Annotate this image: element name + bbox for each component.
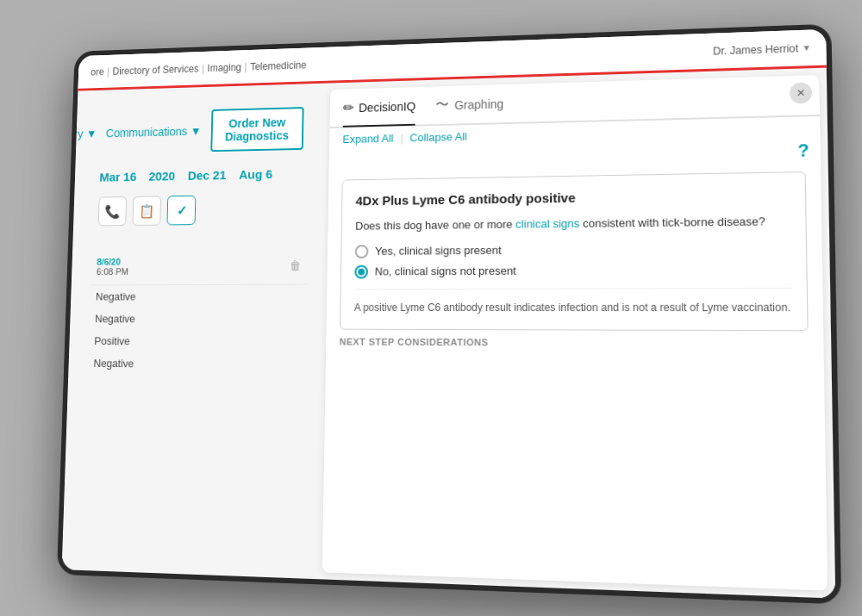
phone-icon: 📞 (104, 203, 121, 219)
radio-yes-circle (355, 244, 369, 258)
radio-yes[interactable]: Yes, clinical signs present (355, 240, 791, 258)
date-tab-3[interactable]: Dec 21 (188, 167, 227, 182)
graphing-tab-icon: 〜 (436, 96, 450, 114)
communications-chevron: ▼ (191, 124, 202, 137)
communications-button[interactable]: Communications ▼ (106, 124, 202, 140)
breadcrumb-telemedicine: Telemedicine (250, 59, 307, 72)
decision-card: 4Dx Plus Lyme C6 antibody positive Does … (340, 171, 809, 331)
radio-no[interactable]: No, clinical signs not present (354, 262, 791, 278)
breadcrumb-sep1: | (107, 65, 109, 77)
question-text-before: Does this dog have one or more (355, 217, 515, 232)
tab-decisioniq-label: DecisionIQ (359, 99, 415, 114)
breadcrumb-imaging: Imaging (207, 61, 241, 73)
close-button[interactable]: ✕ (790, 82, 812, 103)
tab-decisioniq[interactable]: ✏ DecisionIQ (343, 88, 416, 128)
list-area: 8/6/20 6:08 PM 🗑 Negative Negative Posit… (81, 246, 315, 376)
breadcrumb-directory: Directory of Services (112, 62, 198, 76)
card-title: 4Dx Plus Lyme C6 antibody positive (356, 186, 790, 207)
check-icon: ✓ (176, 202, 186, 217)
close-icon: ✕ (796, 86, 806, 99)
breadcrumb-sep2: | (202, 62, 204, 73)
communications-label: Communications (106, 124, 188, 139)
phone-button[interactable]: 📞 (98, 196, 127, 226)
radio-no-label: No, clinical signs not present (375, 264, 516, 277)
breadcrumb: ore | Directory of Services | Imaging | … (91, 59, 307, 78)
toolbar-row: History ▼ Communications ▼ Order New Dia… (88, 96, 317, 164)
calendar-icon: 📋 (139, 202, 155, 218)
date-tab-1[interactable]: Mar 16 (99, 169, 136, 184)
clinical-signs-link[interactable]: clinical signs (515, 216, 579, 230)
date-tabs: Mar 16 2020 Dec 21 Aug 6 (87, 159, 316, 190)
expand-all-link[interactable]: Expand All (342, 132, 393, 146)
collapse-all-link[interactable]: Collapse All (409, 130, 467, 144)
user-chevron: ▼ (802, 42, 811, 52)
decision-question: Does this dog have one or more clinical … (355, 212, 790, 233)
question-text-after: consistent with tick-borne disease? (579, 215, 765, 230)
action-sep: | (400, 131, 403, 144)
date-tab-2[interactable]: 2020 (149, 168, 176, 183)
tab-graphing[interactable]: 〜 Graphing (435, 84, 503, 126)
radio-no-circle (354, 264, 368, 278)
breadcrumb-sep3: | (244, 60, 247, 72)
panel-content: 4Dx Plus Lyme C6 antibody positive Does … (322, 164, 828, 590)
tab-graphing-label: Graphing (454, 96, 503, 111)
list-item-header: 8/6/20 6:08 PM 🗑 (90, 246, 308, 285)
left-panel: History ▼ Communications ▼ Order New Dia… (62, 83, 331, 579)
action-icons: 📞 📋 ✓ (85, 186, 315, 232)
order-diagnostics-button[interactable]: Order New Diagnostics (210, 107, 304, 152)
history-label: History (62, 127, 84, 140)
delete-icon[interactable]: 🗑 (290, 258, 302, 272)
next-steps-label: NEXT STEP CONSIDERATIONS (326, 336, 823, 349)
user-menu[interactable]: Dr. James Herriot ▼ (713, 41, 811, 57)
decision-panel: ✕ ✏ DecisionIQ 〜 Graphing Expand All (322, 75, 828, 591)
device-frame: ore | Directory of Services | Imaging | … (57, 23, 841, 604)
check-button[interactable]: ✓ (166, 195, 196, 225)
list-date: 8/6/20 (97, 256, 128, 266)
decisioniq-tab-icon: ✏ (343, 99, 354, 115)
calendar-button[interactable]: 📋 (132, 196, 161, 226)
list-item-result-4: Negative (87, 352, 306, 376)
list-item-result-1: Negative (89, 284, 307, 307)
list-item-result-3: Positive (88, 329, 307, 352)
history-button[interactable]: History ▼ (62, 127, 97, 140)
list-time: 6:08 PM (97, 266, 128, 277)
order-diagnostics-label: Order New Diagnostics (225, 115, 289, 143)
radio-yes-label: Yes, clinical signs present (375, 243, 502, 257)
breadcrumb-partial: ore (91, 65, 104, 77)
screen: ore | Directory of Services | Imaging | … (62, 28, 836, 598)
help-icon[interactable]: ? (797, 140, 809, 160)
date-tab-4[interactable]: Aug 6 (239, 166, 272, 181)
user-name: Dr. James Herriot (713, 41, 798, 56)
list-item-result-2: Negative (89, 308, 307, 331)
history-chevron: ▼ (86, 127, 97, 140)
decision-note: A positive Lyme C6 antibody result indic… (354, 287, 792, 314)
main-content: History ▼ Communications ▼ Order New Dia… (62, 67, 836, 598)
